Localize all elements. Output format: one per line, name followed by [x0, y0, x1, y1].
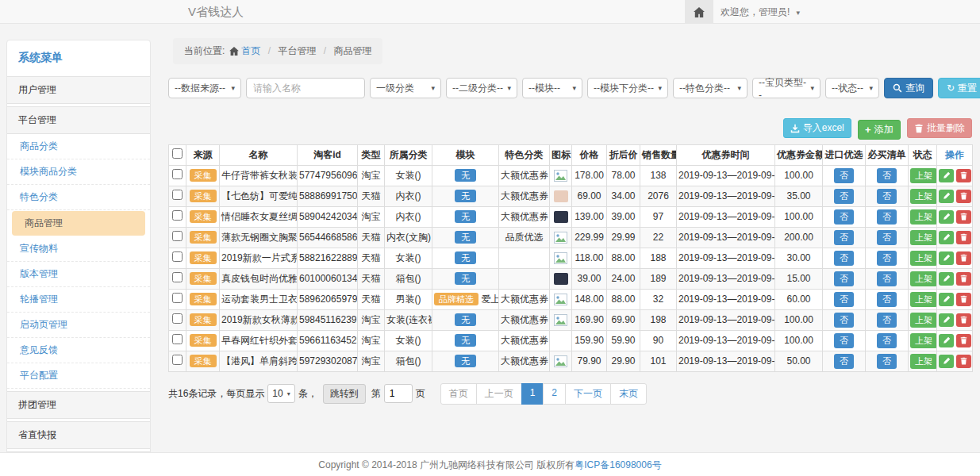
must-buy-toggle[interactable]: 否 [877, 313, 897, 328]
edit-button[interactable] [939, 293, 954, 306]
sidebar-item-8[interactable]: 版本管理 [7, 262, 150, 287]
import-select-toggle[interactable]: 否 [834, 251, 854, 266]
sidebar-item-11[interactable]: 意见反馈 [7, 338, 150, 363]
row-checkbox[interactable] [172, 272, 183, 282]
row-checkbox[interactable] [172, 190, 183, 200]
import-select-toggle[interactable]: 否 [834, 209, 854, 225]
filter-select-1[interactable]: --数据来源--▾ [168, 78, 241, 98]
row-checkbox[interactable] [172, 293, 183, 303]
page-button-4[interactable]: 2 [543, 383, 566, 405]
status-button[interactable]: 上架 [910, 168, 937, 183]
status-button[interactable]: 上架 [910, 230, 937, 245]
per-page-select[interactable]: 10▾ [267, 384, 294, 403]
user-menu[interactable]: 欢迎您，管理员! ▼ [721, 0, 801, 25]
jump-page-input[interactable] [384, 384, 413, 403]
delete-button[interactable] [956, 272, 971, 286]
edit-button[interactable] [939, 251, 954, 265]
delete-button[interactable] [956, 190, 971, 203]
row-checkbox[interactable] [172, 313, 183, 324]
row-checkbox[interactable] [172, 251, 183, 262]
status-button[interactable]: 上架 [910, 354, 937, 369]
import-select-toggle[interactable]: 否 [834, 354, 854, 369]
filter-select-7[interactable]: --宝贝类型--▾ [752, 78, 821, 98]
status-button[interactable]: 上架 [910, 333, 937, 348]
delete-button[interactable] [956, 210, 971, 224]
page-button-3[interactable]: 1 [521, 383, 544, 405]
sidebar-item-12[interactable]: 平台配置 [7, 363, 150, 389]
breadcrumb-home-link[interactable]: 首页 [241, 45, 260, 56]
import-select-toggle[interactable]: 否 [834, 292, 854, 307]
icp-link[interactable]: 粤ICP备16098006号 [575, 459, 661, 470]
sidebar-item-9[interactable]: 轮播管理 [7, 287, 150, 313]
delete-button[interactable] [956, 231, 971, 244]
add-button[interactable]: + 添加 [858, 120, 901, 140]
filter-select-6[interactable]: --特色分类--▾ [673, 78, 747, 98]
import-select-toggle[interactable]: 否 [834, 168, 854, 183]
status-button[interactable]: 上架 [910, 251, 937, 266]
select-all-checkbox[interactable] [172, 148, 183, 159]
row-checkbox[interactable] [172, 334, 183, 344]
import-select-toggle[interactable]: 否 [834, 189, 854, 204]
jump-button[interactable]: 跳转到 [323, 384, 366, 404]
home-nav-button[interactable] [685, 0, 713, 24]
must-buy-toggle[interactable]: 否 [877, 333, 897, 348]
must-buy-toggle[interactable]: 否 [877, 209, 897, 225]
must-buy-toggle[interactable]: 否 [877, 251, 897, 266]
status-button[interactable]: 上架 [910, 292, 937, 307]
filter-select-4[interactable]: --模块--▾ [522, 78, 582, 98]
edit-button[interactable] [939, 169, 954, 182]
sidebar-item-7[interactable]: 宣传物料 [7, 236, 150, 262]
edit-button[interactable] [939, 190, 954, 203]
edit-button[interactable] [939, 355, 954, 368]
delete-button[interactable] [956, 251, 971, 265]
import-select-toggle[interactable]: 否 [834, 333, 854, 348]
sidebar-item-5[interactable]: 特色分类 [7, 185, 150, 210]
edit-button[interactable] [939, 210, 954, 224]
reset-button[interactable]: ↻重置 [938, 78, 980, 98]
filter-select-5[interactable]: --模块下分类--▾ [587, 78, 668, 98]
edit-button[interactable] [939, 334, 954, 347]
delete-button[interactable] [956, 293, 971, 306]
must-buy-toggle[interactable]: 否 [877, 292, 897, 307]
row-checkbox[interactable] [172, 355, 183, 365]
page-button-5[interactable]: 下一页 [565, 383, 611, 405]
sidebar-item-13[interactable]: 拼团管理 [7, 391, 150, 419]
edit-button[interactable] [939, 231, 954, 244]
filter-select-8[interactable]: --状态--▾ [825, 78, 879, 98]
sidebar-item-4[interactable]: 模块商品分类 [7, 159, 150, 185]
edit-button[interactable] [939, 313, 954, 327]
import-select-toggle[interactable]: 否 [834, 271, 854, 286]
page-button-6[interactable]: 末页 [610, 383, 647, 405]
row-checkbox[interactable] [172, 231, 183, 241]
filter-select-2[interactable]: 一级分类▾ [370, 78, 441, 98]
sidebar-item-10[interactable]: 启动页管理 [7, 313, 150, 338]
import-select-toggle[interactable]: 否 [834, 313, 854, 328]
row-checkbox[interactable] [172, 210, 183, 221]
must-buy-toggle[interactable]: 否 [877, 168, 897, 183]
must-buy-toggle[interactable]: 否 [877, 230, 897, 245]
status-button[interactable]: 上架 [910, 209, 937, 225]
filter-select-3[interactable]: --二级分类--▾ [446, 78, 517, 98]
sidebar-item-2[interactable]: 平台管理 [7, 106, 150, 134]
sidebar-item-1[interactable]: 用户管理 [7, 76, 150, 104]
sidebar-item-6[interactable]: 商品管理 [12, 211, 145, 236]
must-buy-toggle[interactable]: 否 [877, 271, 897, 286]
row-checkbox[interactable] [172, 169, 183, 179]
delete-button[interactable] [956, 313, 971, 327]
must-buy-toggle[interactable]: 否 [877, 189, 897, 204]
delete-button[interactable] [956, 334, 971, 347]
edit-button[interactable] [939, 272, 954, 286]
sidebar-item-3[interactable]: 商品分类 [7, 134, 150, 159]
page-button-2[interactable]: 上一页 [476, 383, 522, 405]
page-button-1[interactable]: 首页 [440, 383, 477, 405]
sidebar-item-14[interactable]: 省直快报 [7, 421, 150, 449]
batch-delete-button[interactable]: 批量删除 [907, 118, 972, 138]
status-button[interactable]: 上架 [910, 189, 937, 204]
must-buy-toggle[interactable]: 否 [877, 354, 897, 369]
import-excel-button[interactable]: 导入excel [783, 118, 851, 138]
delete-button[interactable] [956, 169, 971, 182]
query-button[interactable]: 查询 [884, 78, 933, 98]
import-select-toggle[interactable]: 否 [834, 230, 854, 245]
delete-button[interactable] [956, 355, 971, 368]
name-search-input[interactable] [246, 78, 365, 98]
